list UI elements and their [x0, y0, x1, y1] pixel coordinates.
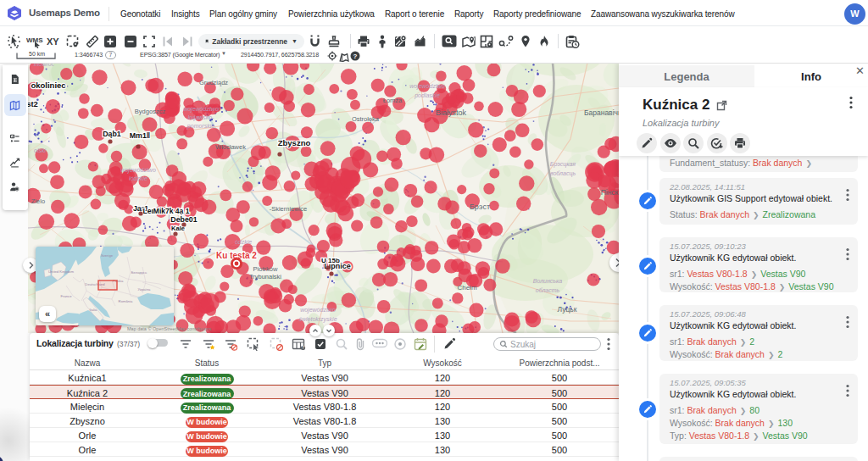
svg-text:st2: st2: [28, 99, 38, 108]
svg-text:olski: olski: [34, 147, 46, 153]
svg-text:Волинська: Волинська: [533, 278, 563, 284]
svg-text:świętokrzyskie: świętokrzyskie: [298, 316, 337, 323]
svg-text:województwo: województwo: [300, 307, 336, 314]
svg-text:LeıMik7k 4ạ 1: LeıMik7k 4ạ 1: [143, 207, 190, 215]
svg-text:Брэсцкая: Брэсцкая: [550, 161, 576, 168]
svg-text:Брэст: Брэст: [470, 203, 490, 211]
svg-text:Piotrków: Piotrków: [253, 265, 278, 273]
svg-text:Białystok: Białystok: [436, 108, 467, 117]
svg-text:Україна: Україна: [138, 287, 151, 292]
svg-text:France: France: [60, 294, 72, 298]
svg-text:Chełm: Chełm: [457, 284, 476, 292]
svg-text:ódzkie: ódzkie: [235, 239, 252, 245]
svg-text:United Kingdom: United Kingdom: [48, 269, 74, 274]
svg-text:Map data © OpenStreetMap contr: Map data © OpenStreetMap contributors: [127, 326, 211, 331]
svg-text:Zbyszno: Zbyszno: [278, 138, 311, 147]
svg-text:kujawsko-: kujawsko-: [187, 114, 214, 121]
svg-text:okoliniec: okoliniec: [31, 81, 65, 90]
svg-text:-Skierniewice: -Skierniewice: [270, 205, 308, 213]
svg-text:Беларусь: Беларусь: [131, 270, 147, 275]
svg-text:Баранавічы: Баранавічы: [584, 108, 619, 117]
svg-text:Луцьк: Луцьк: [558, 305, 577, 314]
svg-text:województwo: województwo: [409, 83, 445, 90]
svg-text:pomorskie: pomorskie: [186, 123, 214, 130]
svg-text:U 15b: U 15b: [321, 257, 340, 264]
svg-text:Пінск: Пінск: [601, 188, 619, 197]
svg-text:podlaskie: podlaskie: [414, 92, 440, 99]
svg-text:Bydgoszcz: Bydgoszcz: [135, 108, 166, 115]
svg-text:XY: XY: [47, 36, 59, 47]
svg-text:łódzkie: łódzkie: [129, 175, 147, 181]
svg-text:Italia: Italia: [90, 308, 98, 312]
svg-text:Grudziądz: Grudziądz: [199, 79, 228, 86]
svg-text:województwo: województwo: [183, 106, 219, 113]
svg-text:Trybunalski: Trybunalski: [249, 273, 281, 280]
svg-text:вобласць: вобласць: [550, 170, 576, 177]
svg-text:Sverige: Sverige: [101, 253, 114, 258]
svg-text:Włocławek: Włocławek: [215, 143, 246, 151]
svg-text:?: ?: [353, 53, 358, 60]
svg-text:województwo: województwo: [120, 167, 156, 174]
svg-text:Ostrołęka: Ostrołęka: [352, 115, 380, 123]
svg-text:Mm1‖: Mm1‖: [130, 131, 150, 140]
svg-text:Łomża: Łomża: [383, 97, 403, 104]
svg-text:область: область: [536, 287, 560, 293]
svg-text:Zielo: Zielo: [31, 197, 45, 205]
svg-text:Dąb1: Dąb1: [103, 130, 121, 138]
svg-text:România: România: [119, 299, 133, 303]
